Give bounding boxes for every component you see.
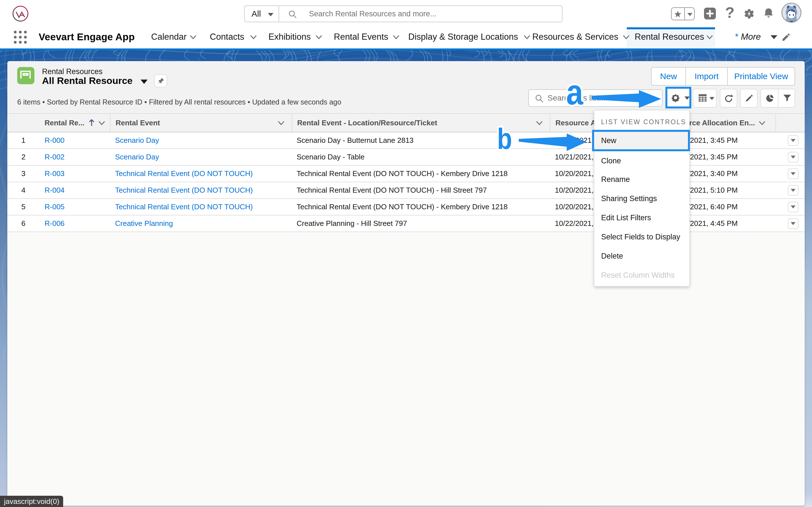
svg-text:a: a <box>566 72 583 112</box>
svg-text:b: b <box>497 122 512 155</box>
